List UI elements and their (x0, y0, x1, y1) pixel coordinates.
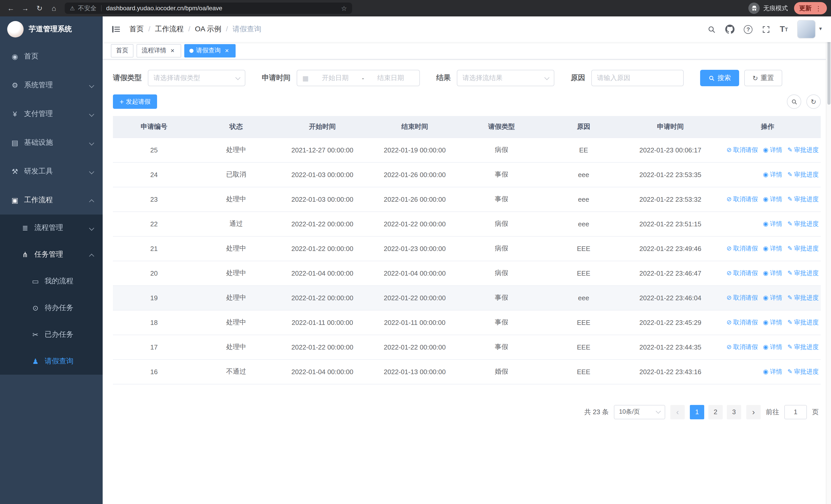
cell-actions: ⊘取消请假◉详情✎审批进度 (715, 335, 821, 359)
toggle-search-button[interactable] (787, 94, 801, 109)
security-label[interactable]: 不安全 (78, 4, 96, 12)
tab-首页[interactable]: 首页 (111, 44, 134, 57)
cancel-leave-link[interactable]: ⊘取消请假 (726, 195, 758, 204)
url-text[interactable]: dashboard.yudao.iocoder.cn/bpm/oa/leave (106, 5, 222, 12)
page-button-3[interactable]: 3 (727, 405, 741, 419)
goto-page-input[interactable]: 1 (784, 405, 807, 419)
create-leave-button[interactable]: + 发起请假 (113, 94, 157, 109)
sidebar-item-my-process[interactable]: ▭我的流程 (0, 268, 103, 295)
result-select[interactable]: 请选择流结果 (457, 70, 554, 86)
cancel-leave-link[interactable]: ⊘取消请假 (726, 146, 758, 154)
approval-progress-link[interactable]: ✎审批进度 (787, 343, 819, 351)
page-size-select[interactable]: 10条/页 (614, 405, 665, 419)
delete-icon: ⊘ (726, 196, 732, 203)
approval-progress-link[interactable]: ✎审批进度 (787, 269, 819, 277)
reset-button[interactable]: ↻ 重置 (744, 70, 782, 86)
page-button-2[interactable]: 2 (708, 405, 723, 419)
approval-progress-link[interactable]: ✎审批进度 (787, 146, 819, 154)
approval-progress-link[interactable]: ✎审批进度 (787, 219, 819, 228)
address-bar[interactable]: ⚠ 不安全 dashboard.yudao.iocoder.cn/bpm/oa/… (65, 3, 352, 14)
breadcrumb-item-workflow[interactable]: 工作流程 (144, 25, 184, 34)
bookmark-star-icon[interactable]: ☆ (341, 4, 347, 12)
approval-progress-link[interactable]: ✎审批进度 (787, 367, 819, 376)
back-icon[interactable]: ← (4, 2, 18, 15)
sidebar-item-system-mgmt[interactable]: ⚙系统管理 (0, 71, 103, 99)
cell-applied: 2022-01-22 23:53:32 (626, 187, 715, 211)
next-page-button[interactable]: › (746, 405, 761, 419)
approval-progress-link[interactable]: ✎审批进度 (787, 170, 819, 179)
detail-link[interactable]: ◉详情 (763, 293, 782, 302)
filter-bar: 请假类型 请选择请假类型 申请时间 ▦ 开始日期 - 结束日期 结果 请选择流结 (113, 70, 821, 86)
sidebar-item-leave-query[interactable]: ♟请假查询 (0, 348, 103, 375)
search-button[interactable]: 搜索 (700, 70, 739, 86)
view-icon: ◉ (763, 294, 768, 301)
prev-page-button[interactable]: ‹ (670, 405, 685, 419)
user-avatar[interactable]: ▼ (797, 20, 823, 38)
leave-type-select[interactable]: 请选择请假类型 (148, 70, 245, 86)
cancel-leave-link[interactable]: ⊘取消请假 (726, 269, 758, 277)
detail-link[interactable]: ◉详情 (763, 195, 782, 204)
sidebar-item-process-mgmt[interactable]: ≣流程管理 (0, 214, 103, 241)
tab-请假查询[interactable]: 请假查询× (184, 44, 236, 57)
detail-link[interactable]: ◉详情 (763, 343, 782, 351)
detail-link[interactable]: ◉详情 (763, 244, 782, 253)
reason-input[interactable]: 请输入原因 (591, 70, 684, 86)
reason-label: 原因 (571, 73, 585, 83)
detail-link[interactable]: ◉详情 (763, 367, 782, 376)
scrollbar[interactable] (826, 17, 831, 504)
breadcrumb-item-oa[interactable]: OA 示例 (184, 25, 222, 34)
forward-icon[interactable]: → (19, 2, 32, 15)
apply-time-range-picker[interactable]: ▦ 开始日期 - 结束日期 (297, 70, 420, 86)
detail-link[interactable]: ◉详情 (763, 318, 782, 327)
app-logo[interactable]: 芋道管理系统 (0, 17, 103, 42)
sidebar-item-todo-task[interactable]: ⊙待办任务 (0, 295, 103, 321)
approval-progress-link[interactable]: ✎审批进度 (787, 318, 819, 327)
cancel-leave-link[interactable]: ⊘取消请假 (726, 293, 758, 302)
detail-link[interactable]: ◉详情 (763, 146, 782, 154)
help-icon[interactable]: ? (744, 25, 752, 34)
reload-icon[interactable]: ↻ (33, 2, 46, 15)
cell-id: 19 (113, 285, 195, 310)
warning-icon: ⚠ (70, 5, 75, 11)
edit-icon: ✎ (787, 146, 793, 153)
home-icon[interactable]: ⌂ (47, 2, 61, 15)
refresh-table-button[interactable]: ↻ (806, 94, 821, 109)
font-size-icon[interactable]: TT (780, 25, 788, 34)
sidebar-item-infrastructure[interactable]: ▤基础设施 (0, 128, 103, 157)
approval-progress-link[interactable]: ✎审批进度 (787, 195, 819, 204)
chevron-down-icon (235, 75, 240, 80)
detail-link[interactable]: ◉详情 (763, 170, 782, 179)
detail-link[interactable]: ◉详情 (763, 269, 782, 277)
sidebar-item-workflow[interactable]: ▣工作流程 (0, 186, 103, 214)
cell-status: 处理中 (195, 285, 277, 310)
update-menu-button[interactable]: 更新 ⋮ (794, 2, 827, 14)
cancel-leave-link[interactable]: ⊘取消请假 (726, 244, 758, 253)
cell-end: 2022-01-11 00:00:00 (368, 310, 462, 335)
sidebar-item-home[interactable]: ◉首页 (0, 42, 103, 71)
close-icon[interactable]: × (223, 47, 230, 54)
table-row: 18处理中2022-01-11 00:00:002022-01-11 00:00… (113, 310, 821, 335)
search-icon[interactable] (707, 25, 716, 34)
table-row: 24已取消2022-01-03 00:00:002022-01-26 00:00… (113, 162, 821, 187)
gear-icon: ⚙ (10, 81, 20, 89)
cancel-leave-link[interactable]: ⊘取消请假 (726, 343, 758, 351)
cell-reason: eee (541, 162, 626, 187)
dashboard-icon: ◉ (10, 52, 20, 61)
breadcrumb-item-home[interactable]: 首页 (130, 25, 144, 34)
tab-流程详情[interactable]: 流程详情× (137, 44, 181, 57)
chevron-down-icon: ▼ (818, 26, 823, 33)
approval-progress-link[interactable]: ✎审批进度 (787, 244, 819, 253)
cancel-leave-link[interactable]: ⊘取消请假 (726, 318, 758, 327)
github-icon[interactable] (725, 25, 735, 34)
detail-link[interactable]: ◉详情 (763, 219, 782, 228)
close-icon[interactable]: × (169, 47, 176, 54)
page-button-1[interactable]: 1 (690, 405, 704, 419)
sidebar-item-payment-mgmt[interactable]: ¥支付管理 (0, 99, 103, 128)
fullscreen-icon[interactable] (762, 25, 770, 34)
sidebar-item-done-task[interactable]: ✂已办任务 (0, 321, 103, 348)
sidebar-item-task-mgmt[interactable]: ⋔任务管理 (0, 241, 103, 268)
hamburger-icon[interactable] (111, 24, 121, 34)
sidebar-item-devtools[interactable]: ⚒研发工具 (0, 157, 103, 186)
chevron-down-icon (89, 225, 94, 231)
approval-progress-link[interactable]: ✎审批进度 (787, 293, 819, 302)
